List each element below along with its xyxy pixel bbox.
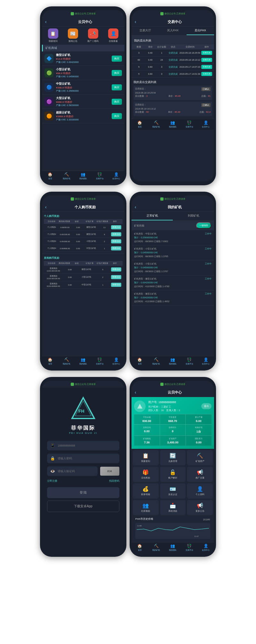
buy-btn-2[interactable]: 购买 — [112, 84, 122, 90]
tab-buy[interactable]: 买入FHX — [159, 27, 187, 35]
back-icon-4[interactable]: ‹ — [135, 204, 136, 210]
nav-member-6[interactable]: 👤 会员中心 — [197, 544, 214, 552]
menu-item-7[interactable]: 🪪 实名认证 — [160, 483, 186, 499]
machine-item-3: 矿机类型：微型云矿机 工作中 预计：0.00420000/小时 运行时间：410… — [132, 275, 214, 290]
captcha-input-group[interactable]: 👁️ — [47, 466, 98, 476]
nav-my-miner-2[interactable]: ⛏️ 我的矿机 — [148, 120, 165, 128]
miner-item: 🟣 大型云矿机 ¥888.8 特惠价 产量/小时: 0.58330000 购买 — [42, 95, 124, 109]
collect-all-btn[interactable]: 一键领取 — [196, 222, 212, 229]
miner-item: 🔵 中型云矿机 ¥388.8 特惠价 产量/小时: 0.25690000 购买 — [42, 80, 124, 95]
menu-item-11[interactable]: 📢 更多公告 — [187, 500, 213, 515]
reward-action-btn[interactable]: 查看活动 — [111, 239, 121, 243]
nav-trade-4[interactable]: 💱 交易平台 — [181, 357, 198, 365]
phone-input[interactable] — [58, 444, 116, 447]
nav-my-miner-3[interactable]: ⛏️ 我的矿机 — [59, 357, 75, 365]
buy-btn-3[interactable]: 购买 — [112, 99, 122, 105]
reward-action-btn[interactable]: 查看活动 — [111, 246, 121, 250]
nav-home-3[interactable]: 🏠 首页 — [42, 357, 59, 365]
icon-service[interactable]: 👤 在线客服 — [108, 28, 118, 43]
miner-item: 🔷 微型云矿机 ¥14.8 特惠价 产量/小时: 0.00420000 购买 — [42, 51, 124, 66]
menu-item-2[interactable]: ⛏️ 矿池资产 — [187, 450, 213, 465]
register-link[interactable]: 立即注册 — [47, 479, 57, 483]
download-button[interactable]: 下载安卓App — [47, 501, 119, 512]
nav-home-2[interactable]: 🏠 首页 — [132, 120, 148, 128]
tab-normal-miner[interactable]: 正常矿机 — [132, 212, 173, 220]
wallet-2: 团队算力 0.00 — [186, 436, 212, 446]
nav-member-2[interactable]: 👤 会员中心 — [197, 120, 214, 128]
wechat-icon-6 — [160, 383, 164, 386]
page-title-6: 云贝中心 — [139, 390, 211, 395]
menu-item-4[interactable]: 🔓 账户解封 — [160, 467, 186, 482]
nav-trade-3[interactable]: 💱 交易平台 — [92, 357, 108, 365]
nav-team-3[interactable]: 👥 我的团队 — [75, 357, 92, 365]
nav-home-4[interactable]: 🏠 首页 — [132, 357, 148, 365]
menu-item-8[interactable]: 👤 个人资料 — [187, 483, 213, 499]
direct-action-btn[interactable]: 查看活动 — [111, 275, 121, 279]
captcha-image[interactable]: ItA — [100, 467, 119, 476]
user-stats-2: 交易总结 0.00 信誉积分 0 有效矿机 1台 — [134, 424, 212, 435]
menu-item-6[interactable]: 💰 财务明细 — [133, 483, 159, 499]
eye-icon: 👁️ — [50, 469, 55, 473]
page-title-2: 交易中心 — [139, 19, 211, 24]
forgot-link[interactable]: 找回密码 — [109, 479, 119, 483]
nav-home-6[interactable]: 🏠 首页 — [132, 544, 148, 552]
nav-member-3[interactable]: 👤 会员中心 — [108, 357, 124, 365]
password-input[interactable] — [58, 457, 116, 460]
nav-member[interactable]: 👤 会员中心 — [108, 172, 124, 180]
back-icon[interactable]: ‹ — [45, 19, 47, 24]
back-icon-6[interactable]: ‹ — [135, 390, 136, 395]
back-icon-2[interactable]: ‹ — [135, 19, 136, 24]
tab-sell[interactable]: 卖出FHX — [187, 27, 214, 35]
tab-hall[interactable]: 交易大厅 — [132, 27, 159, 35]
trade-complete-btn[interactable]: 交易完成 — [201, 58, 212, 62]
nav-my-miner-4[interactable]: ⛏️ 我的矿机 — [148, 357, 165, 365]
reward-action-btn[interactable]: 查看活动 — [111, 232, 121, 236]
wallet-1: 矿池资产 3,400.00 — [160, 436, 186, 446]
menu-item-9[interactable]: 👥 社群激励 — [133, 500, 159, 515]
nav-trade-2[interactable]: 💱 交易平台 — [181, 120, 198, 128]
svg-text:FH: FH — [78, 409, 84, 414]
nav-trade[interactable]: 💱 交易平台 — [92, 172, 108, 180]
icon-qrcode[interactable]: 📣 推广二维码 — [87, 28, 99, 43]
direct-action-btn[interactable]: 查看活动 — [111, 283, 121, 287]
nav-trade-6[interactable]: 💱 交易平台 — [181, 544, 198, 552]
buy-btn-4[interactable]: 购买 — [112, 113, 122, 119]
menu-item-10[interactable]: 📩 系统消息 — [160, 500, 186, 515]
nav-my-miner[interactable]: ⛏️ 我的矿机 — [59, 172, 75, 180]
trade-complete-btn[interactable]: 交易完成 — [201, 65, 212, 69]
nav-member-4[interactable]: 👤 会员中心 — [197, 357, 214, 365]
icon-checkin[interactable]: 📋 我要签到 — [48, 28, 58, 43]
captcha-input[interactable] — [58, 470, 94, 473]
menu-item-1[interactable]: 🔄 兑换管理 — [160, 450, 186, 465]
direct-action-btn[interactable]: 查看活动 — [111, 267, 121, 272]
buy-btn-0[interactable]: 购买 — [112, 56, 122, 62]
nav-team-2[interactable]: 👥 我的团队 — [164, 120, 181, 128]
tab-expired-miner[interactable]: 到期矿机 — [173, 212, 214, 220]
login-button[interactable]: 登 陆 — [47, 487, 119, 498]
nav-team-4[interactable]: 👥 我的团队 — [164, 357, 181, 365]
buy-btn-1[interactable]: 购买 — [112, 70, 122, 76]
nav-home[interactable]: 🏠 首页 — [42, 172, 59, 180]
trade-complete-btn[interactable]: 交易完成 — [201, 51, 212, 55]
captcha-row: 👁️ ItA — [47, 466, 119, 476]
user-stats-1: 可售余额 830.90 可售盖度 868.70 累计产量 0.00 — [134, 414, 212, 424]
table-row: 3 0.40 1 交易完成 2019-05-18 16:25:54 交易完成 — [132, 50, 214, 57]
nav-team-6[interactable]: 👥 我的团队 — [164, 544, 181, 552]
reward-action-btn[interactable]: 查看活动 — [111, 225, 121, 229]
logout-btn[interactable]: 退出 — [201, 403, 212, 409]
trade-complete-btn[interactable]: 交易完成 — [201, 72, 212, 76]
bottom-nav-6: 🏠 首页 ⛏️ 我的矿机 👥 我的团队 💱 交易平台 👤 会员中心 — [132, 542, 214, 553]
menu-item-5[interactable]: 📢 推广文案 — [187, 467, 213, 482]
nav-my-miner-6[interactable]: ⛏️ 我的矿机 — [148, 544, 165, 552]
bottom-nav: 🏠 首页 ⛏️ 我的矿机 👥 我的团队 💱 交易平台 👤 会员中心 — [42, 171, 124, 181]
menu-item-3[interactable]: 🎁 活动奖励 — [133, 467, 159, 482]
icon-news[interactable]: 📰 新闻公告 — [68, 28, 78, 43]
mine-section-header: 矿机性能 一键领取 — [132, 221, 214, 230]
menu-item-0[interactable]: 📋 我要签到 — [133, 450, 159, 465]
password-input-group[interactable]: 🔒 — [47, 454, 119, 463]
nav-team[interactable]: 👥 我的团队 — [75, 172, 92, 180]
miner-list: 🔷 微型云矿机 ¥14.8 特惠价 产量/小时: 0.00420000 购买 🟢… — [42, 51, 124, 171]
back-icon-3[interactable]: ‹ — [45, 204, 47, 210]
phone-input-group[interactable]: 📱 — [47, 441, 119, 450]
sell-item: 交易状态： 已确认 2019-05-18 16:25:54 卖出数量：3 单价：… — [133, 86, 212, 100]
